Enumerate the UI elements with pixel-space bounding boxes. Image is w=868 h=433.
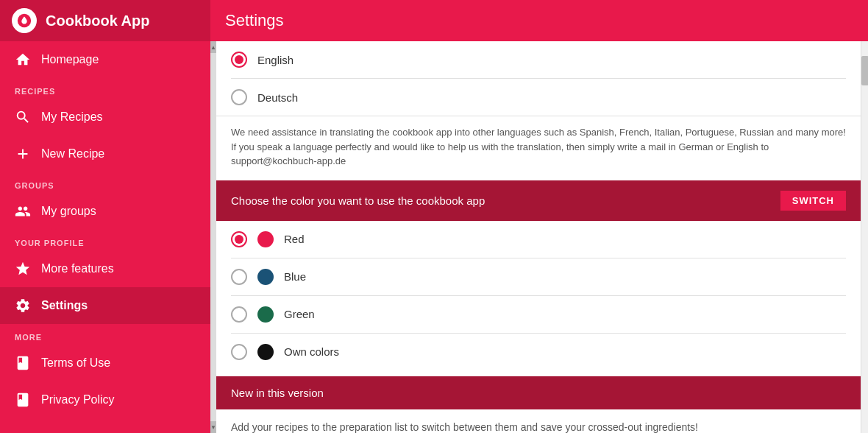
version-text: Add your recipes to the preparation list… bbox=[216, 409, 861, 434]
main-header: Settings bbox=[210, 0, 868, 41]
color-option-green[interactable]: Green bbox=[231, 296, 846, 334]
profile-section-label: YOUR PROFILE bbox=[0, 230, 210, 250]
search-icon bbox=[15, 109, 31, 125]
my-recipes-label: My Recipes bbox=[41, 110, 103, 124]
deutsch-label: Deutsch bbox=[257, 91, 298, 104]
more-features-label: More features bbox=[41, 262, 114, 275]
red-dot bbox=[257, 231, 274, 247]
sidebar-item-new-recipe[interactable]: New Recipe bbox=[0, 135, 210, 172]
more-section-label: MORE bbox=[0, 324, 210, 345]
sidebar-item-terms[interactable]: Terms of Use bbox=[0, 345, 210, 381]
sidebar-item-more-features[interactable]: More features bbox=[0, 250, 210, 287]
sidebar-item-my-recipes[interactable]: My Recipes bbox=[0, 99, 210, 135]
sidebar-item-homepage[interactable]: Homepage bbox=[0, 41, 210, 78]
blue-label: Blue bbox=[284, 270, 306, 283]
own-dot bbox=[257, 344, 274, 360]
language-option-deutsch[interactable]: Deutsch bbox=[231, 79, 846, 116]
translation-help-text: We need assistance in translating the co… bbox=[216, 116, 861, 180]
recipes-section-label: RECIPES bbox=[0, 78, 210, 99]
settings-page-title: Settings bbox=[225, 11, 284, 30]
red-label: Red bbox=[284, 233, 305, 245]
color-option-own[interactable]: Own colors bbox=[231, 334, 846, 370]
blue-radio[interactable] bbox=[231, 269, 247, 285]
settings-content: English Deutsch We need assistance in tr… bbox=[216, 41, 861, 433]
groups-section-label: GROUPS bbox=[0, 172, 210, 193]
english-radio[interactable] bbox=[231, 52, 247, 68]
book-icon bbox=[15, 355, 31, 371]
own-label: Own colors bbox=[284, 345, 339, 358]
green-radio[interactable] bbox=[231, 306, 247, 323]
add-icon bbox=[15, 146, 31, 162]
version-section-header: New in this version bbox=[216, 376, 861, 409]
star-icon bbox=[15, 261, 31, 277]
settings-label: Settings bbox=[41, 299, 88, 312]
color-section-label: Choose the color you want to use the coo… bbox=[231, 194, 485, 207]
settings-icon bbox=[15, 298, 31, 314]
language-options: English Deutsch bbox=[216, 41, 861, 116]
scroll-thumb[interactable] bbox=[861, 56, 868, 85]
sidebar: Cookbook App Homepage RECIPES My Recipes… bbox=[0, 0, 210, 433]
color-section-header: Choose the color you want to use the coo… bbox=[216, 180, 861, 221]
scroll-up-arrow[interactable]: ▲ bbox=[210, 41, 216, 53]
privacy-label: Privacy Policy bbox=[41, 393, 115, 406]
green-dot bbox=[257, 306, 274, 323]
color-option-blue[interactable]: Blue bbox=[231, 258, 846, 296]
color-option-red[interactable]: Red bbox=[231, 221, 846, 258]
settings-content-scroll[interactable]: English Deutsch We need assistance in tr… bbox=[216, 41, 861, 433]
homepage-label: Homepage bbox=[41, 53, 99, 66]
english-label: English bbox=[257, 54, 294, 66]
own-radio[interactable] bbox=[231, 344, 247, 360]
content-wrapper: ▲ ▼ English Deutsch bbox=[210, 41, 868, 433]
sidebar-item-privacy[interactable]: Privacy Policy bbox=[0, 381, 210, 418]
red-radio[interactable] bbox=[231, 231, 247, 247]
sidebar-item-my-groups[interactable]: My groups bbox=[0, 193, 210, 230]
app-title: Cookbook App bbox=[46, 13, 149, 29]
privacy-icon bbox=[15, 392, 31, 408]
switch-button[interactable]: SWITCH bbox=[780, 191, 846, 211]
home-icon bbox=[15, 52, 31, 68]
language-option-english[interactable]: English bbox=[231, 41, 846, 79]
color-options: Red Blue Green bbox=[216, 221, 861, 370]
app-logo bbox=[12, 8, 37, 33]
people-icon bbox=[15, 203, 31, 219]
deutsch-radio[interactable] bbox=[231, 89, 247, 105]
terms-label: Terms of Use bbox=[41, 356, 110, 370]
scroll-down-arrow[interactable]: ▼ bbox=[210, 421, 216, 433]
english-radio-inner bbox=[235, 55, 243, 64]
new-recipe-label: New Recipe bbox=[41, 147, 104, 161]
sidebar-nav: Homepage RECIPES My Recipes New Recipe G… bbox=[0, 41, 210, 433]
right-scrollbar[interactable] bbox=[861, 41, 868, 433]
version-section-label: New in this version bbox=[231, 387, 324, 399]
my-groups-label: My groups bbox=[41, 205, 96, 218]
green-label: Green bbox=[284, 308, 315, 320]
sidebar-item-settings[interactable]: Settings bbox=[0, 287, 210, 324]
main-area: Settings ▲ ▼ English bbox=[210, 0, 868, 433]
sidebar-header: Cookbook App bbox=[0, 0, 210, 41]
red-radio-inner bbox=[235, 235, 243, 244]
new-version-section: New in this version Add your recipes to … bbox=[216, 376, 861, 434]
left-scrollbar[interactable]: ▲ ▼ bbox=[210, 41, 216, 433]
blue-dot bbox=[257, 269, 274, 285]
